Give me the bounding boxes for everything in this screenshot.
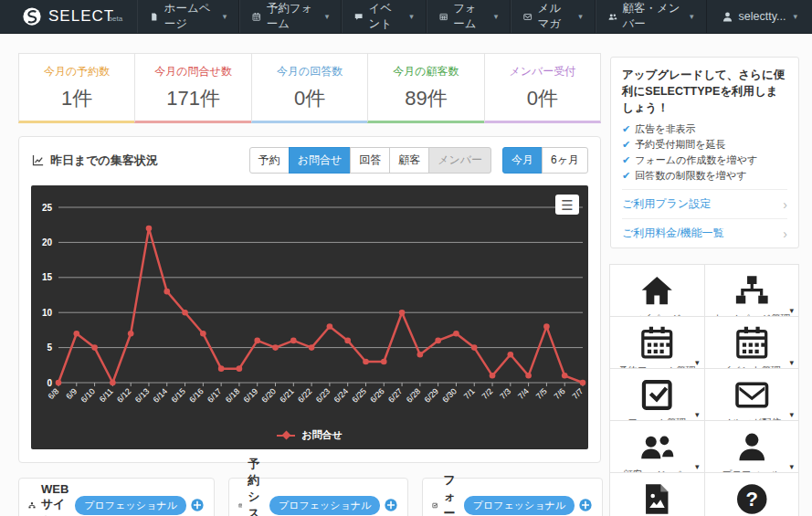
svg-text:6/18: 6/18 xyxy=(224,386,241,404)
nav-item[interactable]: メルマガ▾ xyxy=(511,0,596,33)
series-filter-group: 予約お問合せ回答顧客メンバー xyxy=(249,147,491,174)
caret-down-icon: ▾ xyxy=(789,306,794,315)
nav-item[interactable]: フォーム▾ xyxy=(427,0,511,33)
envelope-icon xyxy=(523,11,532,23)
plan-badge[interactable]: プロフェッショナル xyxy=(75,496,185,515)
product-card: 予約システムプロフェッショナル xyxy=(228,478,409,516)
shortcut-cell[interactable]: フォーム管理▾ xyxy=(609,368,705,421)
shortcut-cell[interactable]: メルマガ配信▾ xyxy=(704,368,800,421)
check-icon: ✔ xyxy=(622,154,630,167)
svg-text:6/8: 6/8 xyxy=(46,386,60,401)
users-icon xyxy=(608,11,617,23)
product-cards-row: WEBサイトプロフェッショナル予約システムプロフェッショナルフォームプロフェッシ… xyxy=(18,478,601,516)
svg-text:5: 5 xyxy=(47,342,52,353)
stat-value: 0件 xyxy=(254,85,365,112)
shortcut-cell[interactable]: マイページ xyxy=(609,264,705,317)
plan-link[interactable]: ご利用料金/機能一覧› xyxy=(622,218,787,247)
caret-down-icon: ▾ xyxy=(695,358,700,367)
caret-down-icon: ▾ xyxy=(695,410,700,419)
nav-item[interactable]: 予約フォーム▾ xyxy=(239,0,342,33)
svg-text:6/10: 6/10 xyxy=(79,386,97,404)
calendar-icon xyxy=(238,499,243,512)
series-filter-button[interactable]: メンバー xyxy=(428,147,491,174)
svg-text:6/30: 6/30 xyxy=(440,386,458,404)
user-menu[interactable]: selectty... ▾ xyxy=(707,0,812,33)
svg-text:15: 15 xyxy=(42,272,53,282)
series-filter-button[interactable]: 予約 xyxy=(249,147,290,174)
product-name: WEBサイト xyxy=(41,482,75,516)
check-square-icon xyxy=(432,499,438,512)
plan-badge[interactable]: プロフェッショナル xyxy=(269,496,380,515)
plus-circle-icon[interactable] xyxy=(190,498,205,512)
check-icon: ✔ xyxy=(622,170,630,183)
svg-text:7/3: 7/3 xyxy=(498,386,512,401)
upgrade-feature-list: ✔広告を非表示✔予約受付期間を延長✔フォームの作成数を増やす✔回答数の制限数を増… xyxy=(622,123,787,182)
range-filter-button[interactable]: 6ヶ月 xyxy=(542,147,588,174)
plus-circle-icon[interactable] xyxy=(384,498,398,512)
chart-title-text: 昨日までの集客状況 xyxy=(50,153,158,169)
shortcut-cell[interactable]: プロフィール▾ xyxy=(704,420,800,473)
svg-text:25: 25 xyxy=(42,203,53,213)
chart-title: 昨日までの集客状況 xyxy=(31,153,158,169)
calendar-icon xyxy=(612,325,702,361)
series-filter-button[interactable]: 顧客 xyxy=(389,147,429,174)
svg-text:6/29: 6/29 xyxy=(423,386,440,404)
svg-text:6/28: 6/28 xyxy=(405,386,422,404)
caret-down-icon: ▾ xyxy=(578,12,583,21)
stat-card: 今月の問合せ数171件 xyxy=(134,53,251,123)
shortcut-cell[interactable]: イベント管理▾ xyxy=(704,316,800,369)
nav-item[interactable]: ホームページ▾ xyxy=(137,0,239,33)
shortcut-cell[interactable]: ?ヘルプブログ xyxy=(704,472,800,516)
caret-down-icon: ▾ xyxy=(789,462,794,471)
question-icon: ? xyxy=(707,481,797,516)
product-name: フォーム xyxy=(444,472,464,516)
svg-text:6/16: 6/16 xyxy=(187,386,205,404)
series-filter-button[interactable]: 回答 xyxy=(350,147,390,174)
export-menu-icon[interactable]: ☰ xyxy=(555,195,579,215)
plus-circle-icon[interactable] xyxy=(578,498,593,512)
legend-marker-icon xyxy=(277,435,295,437)
plan-link[interactable]: ご利用プラン設定› xyxy=(622,189,787,218)
shortcut-cell[interactable]: 顧客・メンバー▾ xyxy=(609,420,705,473)
shortcut-cell[interactable]: ファイル管理 xyxy=(609,472,705,516)
upgrade-feature: ✔広告を非表示 xyxy=(622,123,787,136)
svg-text:6/21: 6/21 xyxy=(278,386,295,404)
caret-down-icon: ▾ xyxy=(789,358,794,367)
caret-down-icon: ▾ xyxy=(325,12,330,21)
shortcut-cell[interactable]: 予約フォーム管理▾ xyxy=(609,316,705,369)
svg-text:10: 10 xyxy=(42,308,53,318)
traffic-chart-panel: 昨日までの集客状況 予約お問合せ回答顧客メンバー 今月6ヶ月 ☰ 0510152… xyxy=(18,136,601,463)
brand[interactable]: SELECT beta xyxy=(0,0,137,33)
svg-text:6/25: 6/25 xyxy=(350,386,367,404)
svg-text:7/1: 7/1 xyxy=(462,386,477,401)
svg-text:7/2: 7/2 xyxy=(480,386,495,401)
nav-item-label: フォーム xyxy=(453,1,487,32)
range-filter-button[interactable]: 今月 xyxy=(502,147,543,174)
legend-label: お問合せ xyxy=(301,428,343,442)
stat-label: 今月の予約数 xyxy=(21,64,132,79)
chart-legend[interactable]: お問合せ xyxy=(31,425,588,442)
svg-text:6/14: 6/14 xyxy=(152,386,169,404)
top-navbar: SELECT beta ホームページ▾予約フォーム▾イベント▾フォーム▾メルマガ… xyxy=(0,0,812,34)
nav-item[interactable]: 顧客・メンバー▾ xyxy=(596,0,707,33)
svg-text:6/11: 6/11 xyxy=(98,386,115,404)
file-icon xyxy=(150,11,159,23)
stat-card: メンバー受付0件 xyxy=(484,53,601,123)
upgrade-feature: ✔予約受付期間を延長 xyxy=(622,139,787,152)
stat-label: 今月の顧客数 xyxy=(370,64,481,79)
line-chart: 05101520256/86/96/106/116/126/136/146/15… xyxy=(31,195,590,425)
range-filter-group: 今月6ヶ月 xyxy=(502,147,588,174)
caret-down-icon: ▾ xyxy=(690,12,694,21)
nav-item[interactable]: イベント▾ xyxy=(342,0,427,33)
chevron-right-icon: › xyxy=(783,197,787,212)
shortcut-cell[interactable]: ホームページ管理▾ xyxy=(704,264,800,317)
sitemap-icon xyxy=(28,499,36,512)
svg-text:6/22: 6/22 xyxy=(296,386,313,404)
caret-down-icon: ▾ xyxy=(789,410,794,419)
plan-link-label: ご利用料金/機能一覧 xyxy=(622,226,724,241)
user-icon xyxy=(707,429,797,465)
stat-label: 今月の回答数 xyxy=(254,64,365,79)
svg-text:6/20: 6/20 xyxy=(259,386,277,404)
series-filter-button[interactable]: お問合せ xyxy=(289,147,352,174)
plan-badge[interactable]: プロフェッショナル xyxy=(464,496,575,515)
